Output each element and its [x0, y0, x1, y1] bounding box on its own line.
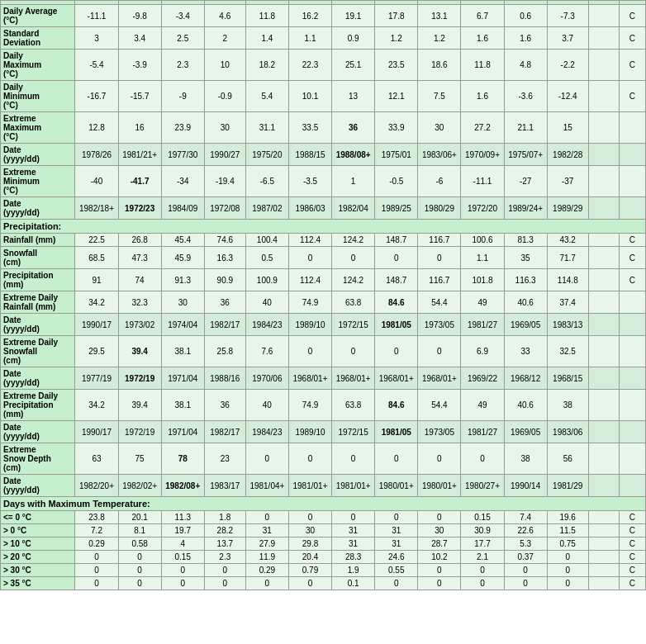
- data-cell: 1973/05: [418, 314, 461, 336]
- data-cell: 0: [288, 577, 331, 590]
- data-cell: 1981/27: [461, 314, 504, 336]
- data-cell: 22.6: [504, 524, 547, 537]
- data-cell: 1968/01+: [418, 367, 461, 390]
- row-header-label: > 30 °C: [1, 564, 75, 577]
- data-cell: 84.6: [375, 390, 418, 421]
- data-cell: 63.8: [332, 390, 375, 421]
- data-cell: 1969/22: [461, 367, 504, 390]
- data-cell: 1988/16: [204, 367, 245, 390]
- data-cell: 1981/04+: [245, 475, 288, 497]
- data-cell: 27.9: [245, 537, 288, 551]
- data-cell: 22.5: [75, 234, 118, 247]
- data-cell: 1968/01+: [375, 367, 418, 390]
- row-header-label: Extreme Daily Snowfall (cm): [1, 336, 75, 367]
- data-cell: 90.9: [204, 269, 245, 291]
- data-cell: 0.37: [504, 551, 547, 564]
- data-cell: 1977/19: [75, 367, 118, 390]
- row-header-label: Extreme Daily Rainfall (mm): [1, 291, 75, 314]
- data-cell: 1975/07+: [504, 144, 547, 166]
- data-cell: [588, 524, 619, 537]
- data-cell: 1.2: [375, 27, 418, 50]
- data-cell: C: [619, 564, 645, 577]
- row-header-label: Date (yyyy/dd): [1, 144, 75, 166]
- row-header-label: <= 0 °C: [1, 511, 75, 524]
- data-cell: 1987/02: [245, 197, 288, 220]
- data-cell: -3.6: [504, 81, 547, 112]
- data-cell: 0: [204, 564, 245, 577]
- data-cell: -0.9: [204, 81, 245, 112]
- data-cell: 23.8: [75, 511, 118, 524]
- data-cell: [588, 537, 619, 551]
- data-cell: 1970/06: [245, 367, 288, 390]
- data-cell: 0.15: [461, 511, 504, 524]
- data-cell: 74.6: [204, 234, 245, 247]
- data-cell: 124.2: [332, 234, 375, 247]
- table-row: Daily Maximum (°C)-5.4-3.92.31018.222.32…: [1, 50, 646, 81]
- table-row: Date (yyyy/dd)1982/18+1972/231984/091972…: [1, 197, 646, 220]
- data-cell: [619, 390, 645, 421]
- data-cell: 1: [332, 166, 375, 197]
- data-cell: 0: [418, 577, 461, 590]
- data-cell: 0.6: [504, 5, 547, 27]
- data-cell: 1983/13: [547, 314, 588, 336]
- data-cell: 1.6: [504, 27, 547, 50]
- data-cell: 68.5: [75, 247, 118, 269]
- data-cell: 75: [118, 443, 161, 475]
- data-cell: 1988/08+: [332, 144, 375, 166]
- data-cell: 1972/15: [332, 314, 375, 336]
- data-cell: 10.2: [418, 551, 461, 564]
- data-cell: 12.1: [375, 81, 418, 112]
- data-cell: 78: [161, 443, 204, 475]
- data-cell: 1968/15: [547, 367, 588, 390]
- data-cell: 15: [547, 112, 588, 144]
- data-cell: 0.75: [547, 537, 588, 551]
- row-header-label: Precipitation (mm): [1, 269, 75, 291]
- data-cell: 1989/29: [547, 197, 588, 220]
- data-cell: 0: [245, 577, 288, 590]
- section-header: Precipitation:: [1, 220, 646, 234]
- data-cell: 1981/21+: [118, 144, 161, 166]
- data-cell: 24.6: [375, 551, 418, 564]
- data-cell: [588, 166, 619, 197]
- data-cell: 1.9: [332, 564, 375, 577]
- data-cell: -6.5: [245, 166, 288, 197]
- data-cell: 1972/08: [204, 197, 245, 220]
- data-cell: 22.3: [288, 50, 331, 81]
- data-cell: 100.6: [461, 234, 504, 247]
- row-header-label: > 10 °C: [1, 537, 75, 551]
- data-cell: 30: [204, 112, 245, 144]
- data-cell: [588, 421, 619, 443]
- table-row: > 20 °C000.152.311.920.428.324.610.22.10…: [1, 551, 646, 564]
- row-header-label: Extreme Maximum (°C): [1, 112, 75, 144]
- data-cell: 1.1: [288, 27, 331, 50]
- row-header-label: Extreme Minimum (°C): [1, 166, 75, 197]
- data-cell: 0: [375, 443, 418, 475]
- data-cell: 4.8: [504, 50, 547, 81]
- data-cell: 17.7: [461, 537, 504, 551]
- row-header-label: Date (yyyy/dd): [1, 197, 75, 220]
- data-cell: 0: [161, 577, 204, 590]
- data-cell: 116.3: [504, 269, 547, 291]
- data-cell: 25.8: [204, 336, 245, 367]
- data-cell: 0: [204, 577, 245, 590]
- data-cell: 38: [547, 390, 588, 421]
- data-cell: 40: [245, 390, 288, 421]
- data-cell: 0: [288, 511, 331, 524]
- data-cell: 38.1: [161, 390, 204, 421]
- data-cell: 0: [375, 577, 418, 590]
- data-cell: 1983/06: [547, 421, 588, 443]
- data-cell: 39.4: [118, 336, 161, 367]
- data-cell: 0: [161, 564, 204, 577]
- data-cell: 0: [245, 443, 288, 475]
- data-cell: 19.1: [332, 5, 375, 27]
- data-cell: 0: [118, 577, 161, 590]
- data-cell: [588, 27, 619, 50]
- data-cell: [619, 475, 645, 497]
- data-cell: 0.58: [118, 537, 161, 551]
- data-cell: 13.7: [204, 537, 245, 551]
- data-cell: 1980/29: [418, 197, 461, 220]
- data-cell: 31: [375, 537, 418, 551]
- data-cell: [588, 234, 619, 247]
- data-cell: 32.5: [547, 336, 588, 367]
- data-cell: 11.5: [547, 524, 588, 537]
